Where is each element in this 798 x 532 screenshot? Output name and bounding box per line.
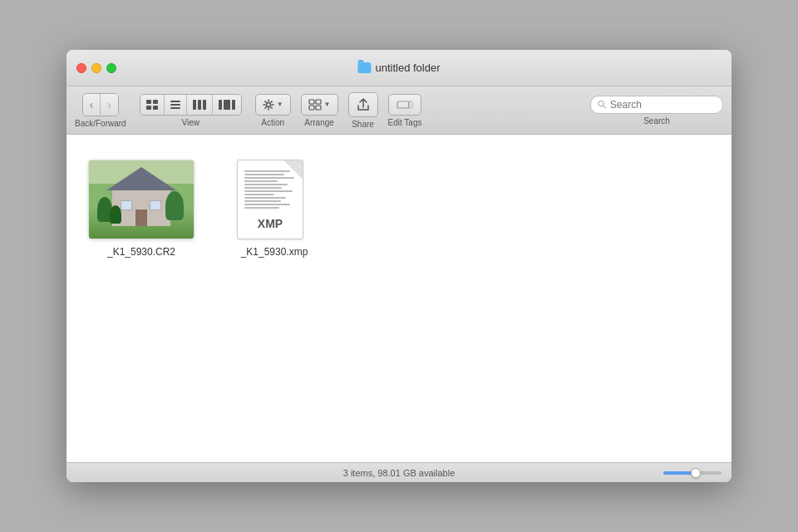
forward-icon: › (107, 98, 111, 111)
file-name: _K1_5930.xmp (241, 246, 308, 258)
folder-icon (357, 62, 371, 73)
search-icon (598, 100, 606, 109)
view-buttons (140, 94, 242, 116)
titlebar: untitled folder (66, 50, 732, 86)
back-forward-group: ‹ › Back/Forward (75, 93, 126, 128)
minimize-button[interactable] (91, 63, 101, 73)
gallery-view-button[interactable] (213, 95, 241, 115)
arrange-button[interactable]: ▼ (301, 94, 338, 116)
search-input[interactable] (610, 99, 716, 111)
search-label: Search (643, 116, 670, 126)
gear-icon (263, 99, 274, 111)
arrange-group: ▼ Arrange (301, 94, 338, 127)
svg-point-13 (266, 102, 270, 106)
file-name: _K1_5930.CR2 (107, 246, 175, 258)
svg-rect-4 (170, 101, 180, 102)
back-icon: ‹ (90, 98, 94, 111)
xmp-file-icon: XMP (237, 160, 312, 239)
xmp-file-type-label: XMP (258, 217, 283, 230)
back-forward-label: Back/Forward (75, 119, 126, 128)
back-forward-buttons: ‹ › (82, 93, 119, 116)
svg-rect-3 (153, 106, 158, 110)
forward-button[interactable]: › (100, 94, 118, 116)
search-group: Search (590, 96, 723, 126)
list-item[interactable]: _K1_5930.CR2 (91, 160, 191, 258)
edit-tags-group: Edit Tags (388, 94, 422, 127)
svg-rect-14 (309, 100, 314, 104)
svg-rect-15 (316, 100, 321, 104)
edit-tags-button[interactable] (388, 94, 421, 116)
house-image (89, 160, 194, 239)
svg-rect-11 (224, 100, 230, 110)
zoom-thumb (691, 468, 701, 478)
arrange-icon (308, 99, 322, 111)
toolbar: ‹ › Back/Forward (66, 86, 732, 135)
share-button[interactable] (348, 92, 378, 117)
file-thumbnail (88, 160, 195, 239)
finder-window: untitled folder ‹ › Back/Forward (66, 50, 732, 482)
svg-line-21 (603, 106, 606, 108)
icon-view-icon (145, 99, 159, 111)
statusbar-text: 3 items, 98.01 GB available (343, 468, 456, 478)
file-grid: _K1_5930.CR2 (83, 151, 332, 266)
arrange-label: Arrange (304, 118, 334, 127)
maximize-button[interactable] (106, 63, 116, 73)
svg-rect-12 (232, 100, 235, 110)
svg-rect-0 (146, 100, 151, 104)
xmp-page: XMP (237, 160, 303, 239)
zoom-track (663, 471, 722, 475)
titlebar-center: untitled folder (357, 62, 440, 74)
share-group: Share (348, 92, 378, 129)
svg-rect-9 (203, 100, 206, 110)
gallery-view-icon (218, 99, 236, 111)
svg-rect-5 (170, 104, 180, 106)
page-fold-icon (284, 160, 303, 179)
svg-rect-19 (409, 101, 412, 108)
svg-rect-17 (316, 106, 321, 110)
tag-icon (396, 99, 414, 111)
svg-rect-2 (146, 106, 151, 110)
share-label: Share (352, 120, 374, 129)
close-button[interactable] (76, 63, 86, 73)
window-title: untitled folder (375, 62, 440, 74)
statusbar: 3 items, 98.01 GB available (66, 462, 732, 482)
svg-rect-8 (198, 100, 201, 110)
svg-rect-6 (170, 107, 180, 109)
view-group: View (140, 94, 242, 127)
arrange-dropdown-icon: ▼ (324, 101, 331, 108)
traffic-lights (76, 63, 116, 73)
edit-tags-label: Edit Tags (388, 118, 422, 127)
back-button[interactable]: ‹ (83, 94, 101, 116)
action-label: Action (261, 118, 284, 127)
action-group: ▼ Action (255, 94, 291, 127)
share-icon (356, 97, 371, 112)
action-button[interactable]: ▼ (255, 94, 291, 116)
list-view-icon (170, 99, 181, 111)
search-box[interactable] (590, 96, 723, 114)
list-view-button[interactable] (165, 95, 187, 115)
svg-rect-7 (193, 100, 196, 110)
column-view-icon (192, 99, 207, 111)
svg-rect-10 (219, 100, 222, 110)
svg-rect-1 (153, 100, 158, 104)
list-item[interactable]: XMP _K1_5930.xmp (224, 160, 324, 258)
action-dropdown-icon: ▼ (277, 101, 283, 108)
icon-view-button[interactable] (140, 95, 165, 115)
svg-rect-18 (397, 101, 409, 108)
view-label: View (181, 118, 200, 127)
zoom-slider[interactable] (663, 471, 722, 475)
file-content: _K1_5930.CR2 (66, 135, 732, 462)
column-view-button[interactable] (187, 95, 213, 115)
svg-rect-16 (309, 106, 314, 110)
svg-point-20 (598, 101, 603, 106)
